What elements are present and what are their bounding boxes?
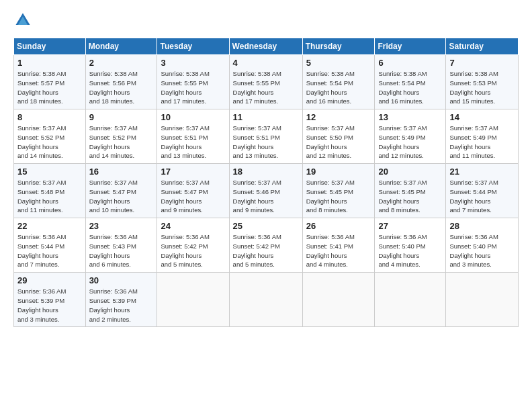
day-cell: 4Sunrise: 5:38 AMSunset: 5:55 PMDaylight…	[229, 55, 302, 109]
day-cell: 21Sunrise: 5:37 AMSunset: 5:44 PMDayligh…	[446, 164, 519, 218]
logo	[13, 11, 36, 30]
day-number: 2	[89, 58, 154, 68]
day-cell	[157, 273, 229, 327]
day-info: Sunrise: 5:36 AMSunset: 5:42 PMDaylight …	[161, 232, 225, 269]
day-cell: 5Sunrise: 5:38 AMSunset: 5:54 PMDaylight…	[302, 55, 375, 109]
day-cell: 8Sunrise: 5:37 AMSunset: 5:52 PMDaylight…	[14, 109, 86, 164]
day-number: 3	[161, 58, 225, 68]
day-number: 15	[17, 167, 82, 177]
week-row-5: 29Sunrise: 5:36 AMSunset: 5:39 PMDayligh…	[14, 273, 519, 327]
day-info: Sunrise: 5:37 AMSunset: 5:44 PMDaylight …	[449, 178, 515, 215]
day-info: Sunrise: 5:37 AMSunset: 5:51 PMDaylight …	[233, 124, 299, 161]
day-info: Sunrise: 5:38 AMSunset: 5:56 PMDaylight …	[89, 69, 154, 106]
day-cell: 24Sunrise: 5:36 AMSunset: 5:42 PMDayligh…	[157, 218, 229, 273]
day-info: Sunrise: 5:38 AMSunset: 5:55 PMDaylight …	[161, 69, 225, 106]
day-number: 22	[17, 221, 82, 231]
day-number: 29	[17, 275, 82, 285]
day-number: 25	[233, 221, 299, 231]
day-cell: 7Sunrise: 5:38 AMSunset: 5:53 PMDaylight…	[446, 55, 519, 109]
day-cell: 19Sunrise: 5:37 AMSunset: 5:45 PMDayligh…	[302, 164, 375, 218]
day-cell: 14Sunrise: 5:37 AMSunset: 5:49 PMDayligh…	[446, 109, 519, 164]
day-number: 11	[233, 112, 299, 122]
day-info: Sunrise: 5:37 AMSunset: 5:52 PMDaylight …	[17, 124, 82, 161]
page: SundayMondayTuesdayWednesdayThursdayFrid…	[0, 0, 532, 411]
day-info: Sunrise: 5:38 AMSunset: 5:55 PMDaylight …	[233, 69, 299, 106]
day-cell: 18Sunrise: 5:37 AMSunset: 5:46 PMDayligh…	[229, 164, 302, 218]
day-number: 28	[449, 221, 515, 231]
week-row-1: 1Sunrise: 5:38 AMSunset: 5:57 PMDaylight…	[14, 55, 519, 109]
day-cell: 27Sunrise: 5:36 AMSunset: 5:40 PMDayligh…	[375, 218, 446, 273]
day-info: Sunrise: 5:36 AMSunset: 5:39 PMDaylight …	[89, 287, 154, 324]
day-number: 17	[161, 167, 225, 177]
day-number: 12	[306, 112, 371, 122]
day-cell	[446, 273, 519, 327]
day-cell: 10Sunrise: 5:37 AMSunset: 5:51 PMDayligh…	[157, 109, 229, 164]
day-info: Sunrise: 5:38 AMSunset: 5:57 PMDaylight …	[17, 69, 82, 106]
day-info: Sunrise: 5:36 AMSunset: 5:41 PMDaylight …	[306, 232, 371, 269]
day-cell: 20Sunrise: 5:37 AMSunset: 5:45 PMDayligh…	[375, 164, 446, 218]
day-number: 18	[233, 167, 299, 177]
day-cell: 2Sunrise: 5:38 AMSunset: 5:56 PMDaylight…	[85, 55, 157, 109]
day-number: 30	[89, 275, 154, 285]
day-cell: 29Sunrise: 5:36 AMSunset: 5:39 PMDayligh…	[14, 273, 86, 327]
day-number: 24	[161, 221, 225, 231]
column-header-wednesday: Wednesday	[229, 38, 302, 55]
day-info: Sunrise: 5:38 AMSunset: 5:54 PMDaylight …	[378, 69, 442, 106]
day-info: Sunrise: 5:37 AMSunset: 5:49 PMDaylight …	[378, 124, 442, 161]
day-number: 20	[378, 167, 442, 177]
header-row: SundayMondayTuesdayWednesdayThursdayFrid…	[14, 38, 519, 55]
day-info: Sunrise: 5:36 AMSunset: 5:40 PMDaylight …	[378, 232, 442, 269]
day-cell: 22Sunrise: 5:36 AMSunset: 5:44 PMDayligh…	[14, 218, 86, 273]
column-header-sunday: Sunday	[14, 38, 86, 55]
day-number: 19	[306, 167, 371, 177]
day-cell: 16Sunrise: 5:37 AMSunset: 5:47 PMDayligh…	[85, 164, 157, 218]
column-header-friday: Friday	[375, 38, 446, 55]
day-cell	[375, 273, 446, 327]
column-header-saturday: Saturday	[446, 38, 519, 55]
logo-icon	[13, 11, 32, 30]
day-info: Sunrise: 5:36 AMSunset: 5:42 PMDaylight …	[233, 232, 299, 269]
day-number: 4	[233, 58, 299, 68]
day-info: Sunrise: 5:38 AMSunset: 5:53 PMDaylight …	[449, 69, 515, 106]
week-row-4: 22Sunrise: 5:36 AMSunset: 5:44 PMDayligh…	[14, 218, 519, 273]
day-info: Sunrise: 5:37 AMSunset: 5:50 PMDaylight …	[306, 124, 371, 161]
day-number: 5	[306, 58, 371, 68]
day-cell: 26Sunrise: 5:36 AMSunset: 5:41 PMDayligh…	[302, 218, 375, 273]
day-info: Sunrise: 5:37 AMSunset: 5:45 PMDaylight …	[306, 178, 371, 215]
day-number: 9	[89, 112, 154, 122]
day-info: Sunrise: 5:37 AMSunset: 5:48 PMDaylight …	[17, 178, 82, 215]
column-header-tuesday: Tuesday	[157, 38, 229, 55]
day-info: Sunrise: 5:37 AMSunset: 5:52 PMDaylight …	[89, 124, 154, 161]
day-number: 14	[449, 112, 515, 122]
day-cell	[229, 273, 302, 327]
day-cell: 25Sunrise: 5:36 AMSunset: 5:42 PMDayligh…	[229, 218, 302, 273]
week-row-2: 8Sunrise: 5:37 AMSunset: 5:52 PMDaylight…	[14, 109, 519, 164]
day-info: Sunrise: 5:36 AMSunset: 5:44 PMDaylight …	[17, 232, 82, 269]
day-info: Sunrise: 5:38 AMSunset: 5:54 PMDaylight …	[306, 69, 371, 106]
day-info: Sunrise: 5:37 AMSunset: 5:49 PMDaylight …	[449, 124, 515, 161]
day-info: Sunrise: 5:37 AMSunset: 5:45 PMDaylight …	[378, 178, 442, 215]
day-cell: 9Sunrise: 5:37 AMSunset: 5:52 PMDaylight…	[85, 109, 157, 164]
day-number: 8	[17, 112, 82, 122]
day-info: Sunrise: 5:37 AMSunset: 5:47 PMDaylight …	[89, 178, 154, 215]
day-info: Sunrise: 5:36 AMSunset: 5:39 PMDaylight …	[17, 287, 82, 324]
day-cell: 15Sunrise: 5:37 AMSunset: 5:48 PMDayligh…	[14, 164, 86, 218]
header	[13, 11, 519, 30]
day-info: Sunrise: 5:36 AMSunset: 5:43 PMDaylight …	[89, 232, 154, 269]
calendar-table: SundayMondayTuesdayWednesdayThursdayFrid…	[13, 38, 519, 327]
day-cell: 3Sunrise: 5:38 AMSunset: 5:55 PMDaylight…	[157, 55, 229, 109]
week-row-3: 15Sunrise: 5:37 AMSunset: 5:48 PMDayligh…	[14, 164, 519, 218]
day-number: 23	[89, 221, 154, 231]
day-cell: 30Sunrise: 5:36 AMSunset: 5:39 PMDayligh…	[85, 273, 157, 327]
day-info: Sunrise: 5:37 AMSunset: 5:51 PMDaylight …	[161, 124, 225, 161]
day-info: Sunrise: 5:37 AMSunset: 5:47 PMDaylight …	[161, 178, 225, 215]
day-cell: 11Sunrise: 5:37 AMSunset: 5:51 PMDayligh…	[229, 109, 302, 164]
day-cell: 1Sunrise: 5:38 AMSunset: 5:57 PMDaylight…	[14, 55, 86, 109]
day-info: Sunrise: 5:37 AMSunset: 5:46 PMDaylight …	[233, 178, 299, 215]
day-cell: 6Sunrise: 5:38 AMSunset: 5:54 PMDaylight…	[375, 55, 446, 109]
day-info: Sunrise: 5:36 AMSunset: 5:40 PMDaylight …	[449, 232, 515, 269]
day-number: 10	[161, 112, 225, 122]
day-cell	[302, 273, 375, 327]
day-number: 13	[378, 112, 442, 122]
day-cell: 17Sunrise: 5:37 AMSunset: 5:47 PMDayligh…	[157, 164, 229, 218]
